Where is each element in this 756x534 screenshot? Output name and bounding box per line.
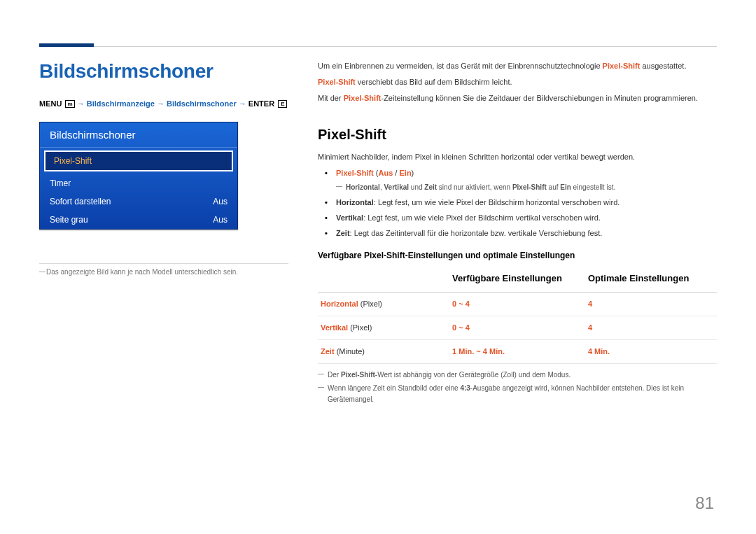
arrow-icon: → — [239, 99, 248, 108]
table-footnote-2: Wenn längere Zeit ein Standbild oder ein… — [318, 383, 717, 405]
param-name: Pixel-Shift — [336, 169, 374, 177]
text: -Zeiteinstellung können Sie die Zeitdaue… — [381, 94, 697, 102]
text: ( — [374, 169, 379, 177]
term: Pixel-Shift — [512, 183, 547, 191]
term: Zeit — [424, 183, 437, 191]
param-name: Horizontal — [336, 198, 374, 206]
menu-icon: m — [65, 100, 74, 108]
text: : Legt das Zeitintervall für die horizon… — [350, 229, 603, 237]
menu-seg-2: Bildschirmschoner — [167, 99, 237, 108]
left-column: Bildschirmschoner MENU m → Bildschirmanz… — [39, 60, 288, 407]
text: Mit der — [318, 94, 344, 102]
top-divider — [94, 46, 717, 47]
bullet-list: Pixel-Shift (Aus / Ein) Horizontal, Vert… — [325, 167, 717, 239]
menu-path-suffix: ENTER — [248, 99, 274, 108]
table-row: Horizontal (Pixel) 0 ~ 4 4 — [318, 292, 717, 316]
table-footnote-1: Der Pixel-Shift-Wert ist abhängig von de… — [318, 370, 717, 381]
param-name: Zeit — [336, 229, 350, 237]
term-pixel-shift: Pixel-Shift — [344, 94, 382, 102]
osd-panel: Bildschirmschoner Pixel-Shift Timer Sofo… — [39, 122, 238, 230]
text: eingestellt ist. — [571, 183, 615, 191]
bullet-item: Vertikal: Legt fest, um wie viele Pixel … — [325, 212, 717, 224]
intro-p2: Pixel-Shift verschiebt das Bild auf dem … — [318, 76, 717, 88]
osd-title: Bildschirmschoner — [40, 122, 237, 148]
accent-bar — [39, 43, 94, 47]
left-footnote: Das angezeigte Bild kann je nach Modell … — [39, 268, 288, 276]
optimal-cell: 4 — [585, 316, 717, 339]
menu-seg-1: Bildschirmanzeige — [87, 99, 155, 108]
term-pixel-shift: Pixel-Shift — [318, 78, 356, 86]
term-pixel-shift: Pixel-Shift — [603, 62, 640, 70]
osd-row-label: Pixel-Shift — [54, 156, 92, 166]
bullet-item: Zeit: Legt das Zeitintervall für die hor… — [325, 227, 717, 239]
optimal-cell: 4 Min. — [585, 339, 717, 363]
section-lead: Minimiert Nachbilder, indem Pixel in kle… — [318, 151, 717, 163]
page-number: 81 — [695, 493, 714, 513]
enter-icon: E — [278, 100, 287, 108]
available-cell: 0 ~ 4 — [449, 316, 585, 339]
option-ein: Ein — [399, 169, 411, 177]
available-cell: 0 ~ 4 — [449, 292, 585, 316]
text: auf — [547, 183, 560, 191]
param-unit: (Minute) — [337, 347, 365, 356]
intro-p1: Um ein Einbrennen zu vermeiden, ist das … — [318, 60, 717, 72]
osd-row-pixel-shift[interactable]: Pixel-Shift — [44, 150, 233, 171]
param-cell: Vertikal (Pixel) — [318, 316, 449, 339]
osd-row-label: Timer — [50, 178, 71, 188]
text: ausgestattet. — [640, 62, 686, 70]
term: Horizontal — [346, 183, 380, 191]
osd-row-label: Seite grau — [50, 215, 88, 225]
bullet-item: Horizontal: Legt fest, um wie viele Pixe… — [325, 197, 717, 209]
param-name: Zeit — [321, 347, 335, 356]
term: Vertikal — [384, 183, 409, 191]
text: verschiebt das Bild auf dem Bildschirm l… — [356, 78, 512, 86]
option-aus: Aus — [379, 169, 393, 177]
param-unit: (Pixel) — [360, 300, 382, 308]
text: sind nur aktiviert, wenn — [437, 183, 512, 191]
text: Um ein Einbrennen zu vermeiden, ist das … — [318, 62, 603, 70]
text: und — [409, 183, 424, 191]
param-unit: (Pixel) — [350, 323, 372, 332]
param-name: Vertikal — [336, 213, 363, 222]
table-col-empty — [318, 267, 449, 292]
right-column: Um ein Einbrennen zu vermeiden, ist das … — [318, 60, 717, 407]
table-col-optimal: Optimale Einstellungen — [585, 267, 717, 292]
term: 4:3 — [460, 384, 470, 392]
table-heading: Verfügbare Pixel-Shift-Einstellungen und… — [318, 249, 717, 262]
left-divider — [39, 263, 288, 264]
osd-row-value: Aus — [213, 197, 227, 206]
osd-row-sidegray[interactable]: Seite grau Aus — [40, 211, 237, 229]
optimal-cell: 4 — [585, 292, 717, 316]
param-name: Horizontal — [321, 300, 358, 308]
text: : Legt fest, um wie viele Pixel der Bild… — [374, 198, 620, 206]
settings-table: Verfügbare Einstellungen Optimale Einste… — [318, 267, 717, 363]
arrow-icon: → — [157, 99, 167, 108]
table-row: Zeit (Minute) 1 Min. ~ 4 Min. 4 Min. — [318, 339, 717, 363]
menu-path: MENU m → Bildschirmanzeige → Bildschirms… — [39, 99, 288, 108]
menu-path-prefix: MENU — [39, 99, 62, 108]
term: Ein — [560, 183, 571, 191]
bullet-item: Pixel-Shift (Aus / Ein) Horizontal, Vert… — [325, 167, 717, 193]
arrow-icon: → — [77, 99, 87, 108]
param-cell: Horizontal (Pixel) — [318, 292, 449, 316]
param-name: Vertikal — [321, 323, 348, 332]
text: -Wert ist abhängig von der Gerätegröße (… — [375, 371, 570, 379]
intro-p3: Mit der Pixel-Shift-Zeiteinstellung könn… — [318, 92, 717, 104]
osd-row-timer[interactable]: Timer — [40, 174, 237, 192]
bullet-note: Horizontal, Vertikal und Zeit sind nur a… — [336, 182, 717, 193]
text: Wenn längere Zeit ein Standbild oder ein… — [328, 384, 460, 392]
available-cell: 1 Min. ~ 4 Min. — [449, 339, 585, 363]
osd-row-label: Sofort darstellen — [50, 197, 111, 206]
page-content: Bildschirmschoner MENU m → Bildschirmanz… — [39, 60, 717, 407]
text: : Legt fest, um wie viele Pixel der Bild… — [363, 213, 601, 222]
table-row: Vertikal (Pixel) 0 ~ 4 4 — [318, 316, 717, 339]
osd-row-immediate[interactable]: Sofort darstellen Aus — [40, 192, 237, 211]
text: ) — [412, 169, 414, 177]
param-cell: Zeit (Minute) — [318, 339, 449, 363]
term: Pixel-Shift — [341, 371, 375, 379]
table-col-available: Verfügbare Einstellungen — [449, 267, 585, 292]
table-header-row: Verfügbare Einstellungen Optimale Einste… — [318, 267, 717, 292]
text: Der — [328, 371, 341, 379]
section-heading: Pixel-Shift — [318, 124, 717, 146]
osd-row-value: Aus — [213, 215, 227, 225]
